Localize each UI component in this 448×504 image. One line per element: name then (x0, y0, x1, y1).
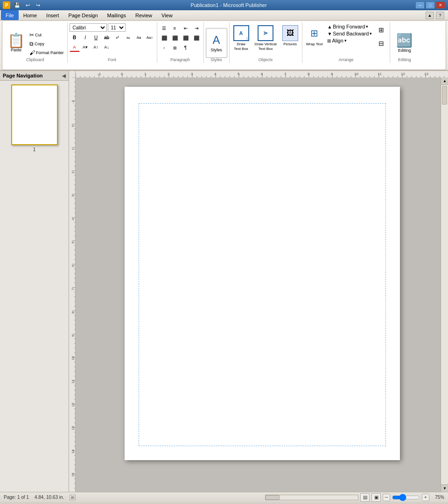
view-normal-button[interactable]: ▤ (360, 493, 370, 502)
bold-button[interactable]: B (70, 33, 80, 42)
minimize-button[interactable]: ─ (415, 1, 425, 9)
vertical-scrollbar[interactable]: ▲ ▼ (441, 77, 448, 492)
qat-undo[interactable]: ↩ (23, 1, 32, 9)
font-group: Calibri 11 B I U ab x² x₂ Aa Aa↕ (68, 22, 157, 63)
h-scroll-thumb[interactable] (266, 495, 280, 500)
decrease-indent-button[interactable]: ⇤ (181, 23, 191, 33)
ribbon: 📋 Paste ✂Cut ⧉Copy 🖌Format Painter Clipb… (0, 21, 448, 71)
paragraph-mark-button[interactable]: ¶ (181, 43, 191, 52)
justify-button[interactable]: ⬛ (191, 33, 202, 42)
ribbon-collapse-btn[interactable]: ▲ (426, 12, 434, 19)
scroll-up-button[interactable]: ▲ (441, 77, 448, 85)
scrollable-canvas[interactable] (76, 77, 441, 492)
strikethrough-button[interactable]: ab (102, 33, 112, 42)
page-nav-content: 1 (0, 81, 69, 492)
coordinates: 4.84, 10.63 in. (35, 495, 64, 500)
page-nav-title: Page Navigation (3, 73, 43, 78)
styles-button[interactable]: A Styles (206, 28, 227, 58)
page-info: Page: 1 of 1 (4, 495, 29, 500)
cut-button[interactable]: ✂Cut (28, 31, 65, 39)
change-case-button[interactable]: Aa↕ (145, 33, 155, 42)
menu-view[interactable]: View (157, 10, 177, 20)
close-button[interactable]: ✕ (436, 1, 445, 9)
horizontal-ruler (76, 71, 448, 77)
editing-label: Editing (390, 57, 419, 62)
font-size-select[interactable]: 11 (108, 23, 126, 32)
superscript-button[interactable]: x² (112, 33, 123, 42)
align-left-button[interactable]: ⬛ (159, 33, 169, 42)
units-toggle[interactable]: in (70, 495, 76, 500)
vertical-ruler (69, 77, 76, 492)
zoom-in-button[interactable]: + (422, 494, 429, 501)
menu-file[interactable]: File (1, 10, 19, 20)
scroll-thumb[interactable] (442, 86, 447, 105)
italic-button[interactable]: I (80, 33, 91, 42)
zoom-slider[interactable] (392, 496, 420, 499)
qat-redo[interactable]: ↪ (34, 1, 42, 9)
titlebar: P 💾 ↩ ↪ Publication1 - Microsoft Publish… (0, 0, 448, 10)
draw-text-box-button[interactable]: A | DrawText Box (231, 23, 251, 53)
underline-button[interactable]: U (91, 33, 101, 42)
scroll-down-button[interactable]: ▼ (441, 484, 448, 492)
align-right-button[interactable]: ⬛ (181, 33, 191, 42)
horizontal-scrollbar[interactable] (265, 495, 358, 500)
content-row: ▲ ▼ (69, 77, 448, 492)
page-thumb-label-1: 1 (33, 147, 36, 152)
bullets-button[interactable]: ☰ (159, 23, 169, 33)
increase-font-button[interactable]: A↑ (91, 42, 101, 52)
font-color-button[interactable]: A (70, 42, 80, 52)
send-backward-button[interactable]: ▼ Send Backward ▾ (326, 30, 373, 37)
highlight-button[interactable]: A▾ (80, 42, 91, 52)
canvas-inner (76, 77, 441, 492)
menu-page-design[interactable]: Page Design (64, 10, 103, 20)
menu-mailings[interactable]: Mailings (103, 10, 131, 20)
arrange-group: ⊞ Wrap Text ▲ Bring Forward ▾ ▼ Send Bac… (302, 22, 391, 63)
clipboard-label: Clipboard (3, 57, 67, 62)
view-page-button[interactable]: ▣ (371, 493, 381, 502)
font-name-select[interactable]: Calibri (70, 23, 107, 32)
paste-button[interactable]: 📋 Paste (5, 32, 27, 54)
ruler-corner (69, 71, 76, 77)
copy-button[interactable]: ⧉Copy (28, 40, 65, 48)
align-button[interactable]: ⊞ Align ▾ (326, 37, 373, 44)
paragraph-group: ☰ ≡ ⇤ ⇥ ⬛ ⬛ ⬛ ⬛ ↕ ▧ ¶ Paragraph (157, 22, 204, 63)
window-title: Publication1 - Microsoft Publisher (42, 2, 415, 8)
menu-review[interactable]: Review (131, 10, 157, 20)
font-label: Font (68, 57, 157, 62)
decrease-font-button[interactable]: A↓ (102, 42, 112, 52)
subscript-button[interactable]: x₂ (123, 33, 133, 42)
objects-group: A | DrawText Box A Draw VerticalText Box… (230, 22, 302, 63)
page-canvas (125, 87, 400, 460)
ruler-and-canvas: ▲ ▼ (69, 71, 448, 492)
draw-vertical-text-box-button[interactable]: A Draw VerticalText Box (253, 23, 279, 53)
numbering-button[interactable]: ≡ (170, 23, 180, 33)
format-painter-button[interactable]: 🖌Format Painter (28, 49, 65, 57)
paragraph-label: Paragraph (157, 57, 203, 62)
editing-button[interactable]: 🔤 Editing (392, 30, 417, 55)
text-frame (139, 103, 386, 446)
statusbar: Page: 1 of 1 4.84, 10.63 in. in ▤ ▣ ─ + … (0, 492, 448, 502)
align-center-button[interactable]: ⬛ (170, 33, 180, 42)
menu-insert[interactable]: Insert (42, 10, 64, 20)
main-area: Page Navigation ◀ 1 (0, 71, 448, 492)
ruler-row (69, 71, 448, 77)
group-button[interactable]: ⊞ (375, 23, 388, 36)
picture-button[interactable]: 🖼 Pictures (280, 23, 300, 49)
ungroup-button[interactable]: ⊟ (375, 37, 388, 50)
shading-button[interactable]: ▧ (170, 43, 180, 52)
wrap-text-button[interactable]: ⊞ Wrap Text (304, 23, 325, 49)
page-nav-collapse[interactable]: ◀ (62, 73, 66, 78)
zoom-level: 75% (431, 495, 444, 500)
qat-save[interactable]: 💾 (13, 1, 21, 9)
menu-home[interactable]: Home (19, 10, 42, 20)
line-spacing-button[interactable]: ↕ (159, 43, 169, 52)
zoom-out-button[interactable]: ─ (383, 494, 390, 501)
clear-format-button[interactable]: Aa (134, 33, 144, 42)
maximize-button[interactable]: □ (426, 1, 435, 9)
bring-forward-button[interactable]: ▲ Bring Forward ▾ (326, 23, 373, 30)
page-nav-header: Page Navigation ◀ (0, 71, 69, 81)
page-thumb-1[interactable] (11, 84, 58, 145)
increase-indent-button[interactable]: ⇥ (191, 23, 202, 33)
help-btn[interactable]: ? (436, 12, 444, 19)
page-navigation-panel: Page Navigation ◀ 1 (0, 71, 69, 492)
